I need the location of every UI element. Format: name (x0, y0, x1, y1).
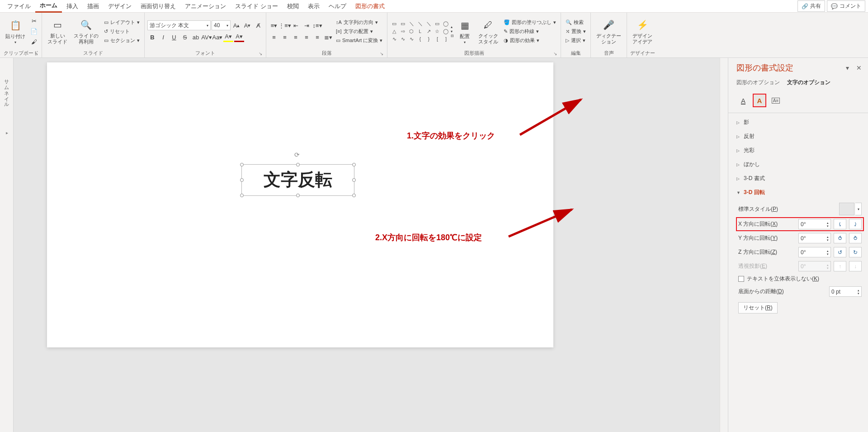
highlight-button[interactable]: A▾ (223, 32, 233, 42)
acc-glow[interactable]: 光彩 (736, 145, 862, 156)
shape-fill-button[interactable]: 🪣 図形の塗りつぶし ▾ (502, 18, 558, 27)
tab-design[interactable]: デザイン (104, 0, 136, 12)
acc-shadow[interactable]: 影 (736, 117, 862, 128)
tab-shape-format[interactable]: 図形の書式 (351, 0, 389, 12)
acc-reflection[interactable]: 反射 (736, 131, 862, 142)
reuse-slide-button[interactable]: 🔍スライドの 再利用 (71, 17, 101, 45)
font-name-combo[interactable]: 游ゴシック 本文▾ (147, 20, 211, 30)
reset-rotation-button[interactable]: リセット(R) (738, 302, 778, 313)
strike-button[interactable]: S (180, 32, 190, 42)
tab-transition[interactable]: 画面切り替え (136, 0, 180, 12)
tab-file[interactable]: ファイル (3, 0, 35, 12)
paste-button[interactable]: 📋 貼り付け▾ (3, 17, 28, 45)
increase-font-button[interactable]: A▴ (231, 20, 241, 30)
thumbnail-expand-button[interactable]: ▸ (4, 126, 10, 139)
tab-animation[interactable]: アニメーション (180, 0, 231, 12)
section-button[interactable]: ▭ セクション ▾ (102, 36, 142, 45)
x-rotate-right-button[interactable]: ⤸ (849, 219, 862, 229)
design-ideas-button[interactable]: ⚡デザイン アイデア (630, 17, 655, 45)
align-left-button[interactable]: ≡ (269, 32, 279, 42)
font-dialog-launcher[interactable]: ↘ (258, 51, 263, 57)
decrease-font-button[interactable]: A▾ (242, 20, 252, 30)
text-direction-button[interactable]: ↕A 文字列の方向 ▾ (334, 18, 384, 27)
para-dialog-launcher[interactable]: ↘ (379, 51, 384, 57)
textbox-selected[interactable]: ⟳ 文字反転 (241, 164, 354, 196)
char-space-button[interactable]: AV▾ (202, 32, 212, 42)
handle-mr[interactable] (352, 178, 356, 182)
tab-slideshow[interactable]: スライド ショー (231, 0, 283, 12)
shape-outline-button[interactable]: ✎ 図形の枠線 ▾ (502, 27, 558, 36)
tab-view[interactable]: 表示 (303, 0, 324, 12)
line-space-button[interactable]: ↕≡▾ (312, 20, 322, 30)
layout-button[interactable]: ▭ レイアウト ▾ (102, 18, 142, 27)
y-rotate-up-button[interactable]: ⥀ (834, 233, 846, 243)
z-rotate-cw-button[interactable]: ↻ (849, 247, 862, 257)
text-effects-tab[interactable]: A (753, 94, 766, 107)
handle-br[interactable] (352, 194, 356, 197)
select-button[interactable]: ▷ 選択 ▾ (564, 36, 588, 45)
panel-menu-button[interactable]: ▾ (846, 64, 849, 71)
rotate-handle[interactable]: ⟳ (294, 151, 302, 158)
justify-button[interactable]: ≡ (302, 32, 311, 42)
slide[interactable]: ⟳ 文字反転 (47, 62, 553, 347)
new-slide-button[interactable]: ▭新しい スライド (45, 17, 70, 45)
distance-input[interactable]: 0 pt▴▾ (829, 286, 862, 297)
handle-ml[interactable] (240, 178, 244, 182)
tab-review[interactable]: 校閲 (283, 0, 303, 12)
columns-button[interactable]: ≣▾ (323, 32, 333, 42)
clipboard-dialog-launcher[interactable]: ↘ (33, 51, 39, 57)
handle-bl[interactable] (240, 194, 244, 197)
handle-tl[interactable] (240, 163, 244, 166)
clear-format-button[interactable]: A̸ (253, 20, 263, 30)
panel-tab-shape-options[interactable]: 図形のオプション (736, 79, 780, 88)
gallery-more[interactable]: ⊟ (451, 34, 454, 38)
z-rotate-ccw-button[interactable]: ↺ (834, 247, 846, 257)
find-button[interactable]: 🔍 検索 (564, 18, 588, 27)
align-center-button[interactable]: ≡ (280, 32, 290, 42)
outdent-button[interactable]: ⇤ (291, 20, 301, 30)
handle-tr[interactable] (352, 163, 356, 166)
shadow-text-button[interactable]: ab (191, 32, 201, 42)
align-text-button[interactable]: [≡] 文字の配置 ▾ (334, 27, 384, 36)
vertical-scrollbar[interactable] (720, 58, 728, 432)
share-button[interactable]: 🔗共有 (797, 0, 825, 12)
y-rotate-down-button[interactable]: ⥁ (849, 233, 862, 243)
bold-button[interactable]: B (147, 32, 157, 42)
case-button[interactable]: Aa▾ (212, 32, 222, 42)
x-rotation-input[interactable]: 0°▴▾ (798, 219, 831, 229)
copy-button[interactable]: 📄 (29, 26, 39, 36)
tab-draw[interactable]: 描画 (83, 0, 104, 12)
font-color-button[interactable]: A▾ (234, 32, 244, 42)
number-button[interactable]: ⋮≡▾ (280, 20, 290, 30)
reset-button[interactable]: ↺ リセット (102, 27, 142, 36)
preset-style-button[interactable] (839, 203, 854, 215)
tab-home[interactable]: ホーム (35, 0, 62, 13)
acc-3d-format[interactable]: 3-D 書式 (736, 173, 862, 184)
underline-button[interactable]: U (169, 32, 179, 42)
comment-button[interactable]: 💬コメント (827, 0, 865, 12)
preset-style-dropdown[interactable]: ▾ (855, 203, 862, 215)
gallery-down[interactable]: ▾ (451, 29, 454, 33)
quick-style-button[interactable]: 🖊クイック スタイル (476, 17, 501, 45)
acc-softedge[interactable]: ぼかし (736, 159, 862, 170)
panel-tab-text-options[interactable]: 文字のオプション (787, 79, 830, 88)
handle-tm[interactable] (296, 163, 300, 166)
replace-button[interactable]: ⤭ 置換 ▾ (564, 27, 588, 36)
shape-effects-button[interactable]: ◑ 図形の効果 ▾ (502, 36, 558, 45)
text-fill-outline-tab[interactable]: A (736, 94, 750, 107)
bullet-button[interactable]: ≡▾ (269, 20, 279, 30)
indent-button[interactable]: ⇥ (302, 20, 311, 30)
textbox-tab[interactable]: A≡ (769, 94, 783, 107)
font-size-combo[interactable]: 40▾ (212, 20, 231, 30)
arrange-button[interactable]: ▦配置▾ (455, 17, 475, 45)
tab-insert[interactable]: 挿入 (62, 0, 83, 12)
z-rotation-input[interactable]: 0°▴▾ (798, 247, 831, 257)
distribute-button[interactable]: ≡ (312, 32, 322, 42)
panel-close-button[interactable]: ✕ (856, 64, 862, 71)
drawing-dialog-launcher[interactable]: ↘ (552, 51, 558, 57)
align-right-button[interactable]: ≡ (291, 32, 301, 42)
shapes-gallery[interactable]: ▭▭＼＼＼▭◯ △⇨⬡Ｌ↗☆◯ ∿∿∿{}[] (390, 20, 450, 43)
slide-canvas[interactable]: ⟳ 文字反転 1.文字の効果をクリック 2.X方向に回転を180℃に設定 (14, 58, 728, 432)
format-painter-button[interactable]: 🖌 (29, 37, 39, 47)
gallery-up[interactable]: ▴ (451, 25, 454, 29)
